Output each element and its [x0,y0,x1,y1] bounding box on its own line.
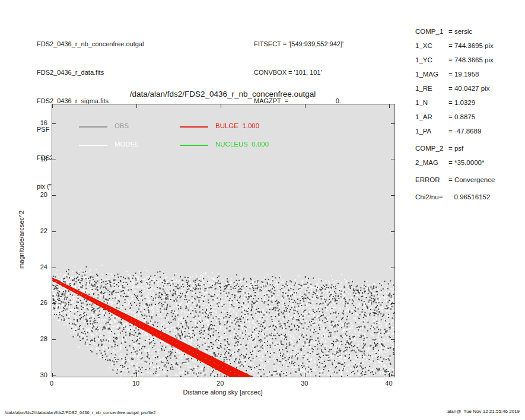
param-label: 2_MAG [415,158,448,167]
y-tick-label: 16 [23,119,47,127]
chart-title: /data/alan/fds2/FDS2_0436_r_nb_concenfre… [52,90,394,98]
y-tick-label: 20 [23,190,47,199]
legend-label-nucleus: NUCLEUS 0.000 [215,141,269,148]
fit-param-row: COMP_1= sersic [415,27,495,36]
footer-output-path: /data/alan/fds2//data/alan/fds2/FDS2_043… [5,410,155,415]
param-value: = 744.3695 pix [448,42,494,50]
fit-param-row: 1_AR= 0.8875 [415,113,495,121]
header-line: FITSECT = '[549:939,552:942]' [254,39,348,49]
param-value: = 748.3665 pix [448,56,494,64]
x-axis-tick-labels: 010203040 [52,379,394,389]
param-label: 1_MAG [415,70,448,78]
y-tick-label: 30 [23,371,47,379]
x-tick-label: 40 [380,379,397,387]
galfit-profile-window: FDS2_0436_r_nb_concenfree.outgal FDS2_04… [0,0,525,420]
x-tick-label: 10 [128,379,144,387]
param-value: = Convergence [448,176,495,184]
param-label: 1_RE [415,84,448,93]
param-value: = *35.0000* [448,158,484,167]
y-axis-title: magnitude/arcsec^2 [18,174,26,305]
param-value: = 40.0427 pix [448,84,489,93]
param-label: 1_YC [415,56,448,64]
param-value: = 0.8875 [448,113,475,121]
header-line: CONVBOX = '101, 101' [254,68,348,77]
fit-param-row: COMP_2= psf [415,144,495,152]
param-label: 1_XC [415,42,448,50]
y-tick-label: 26 [23,298,47,307]
fit-param-row: ERROR= Convergence [415,176,495,184]
fit-param-row: 1_N= 1.0329 [415,98,495,107]
plot-area: OBS MODEL BULGE 1.000 NUCLEUS 0.000 [52,104,395,377]
y-tick-label: 24 [23,263,47,271]
param-value: = -47.8689 [448,127,481,135]
param-value: = sersic [448,27,472,36]
header-line: FDS2_0436_r_nb_concenfree.outgal [37,39,144,49]
header-line: FDS2_0436_r_data.fits [37,68,144,77]
x-tick-label: 20 [212,379,228,387]
legend-line-obs [79,126,107,128]
fit-results-panel: COMP_1= sersic 1_XC= 744.3695 pix 1_YC= … [415,27,495,207]
fit-param-row: 1_XC= 744.3695 pix [415,42,495,50]
param-label: Chi2/nu= [415,193,448,201]
legend-label-model: MODEL [114,141,139,148]
param-value: = 19.1958 [448,70,479,78]
param-value: 0.96516152 [448,193,490,201]
y-axis-tick-labels: 1618202224262830 [23,104,47,376]
param-label: 1_AR [415,113,448,121]
x-tick-label: 0 [43,379,60,387]
legend-line-bulge [180,126,208,128]
fit-param-row: 1_RE= 40.0427 pix [415,84,495,93]
param-value: = psf [448,144,463,152]
y-tick-label: 22 [23,227,47,235]
x-tick-label: 30 [296,379,313,387]
footer-user-timestamp: alan@ Tue Nov 12 21:55:46 2019 [447,409,520,414]
fit-param-row: 2_MAG= *35.0000* [415,158,495,167]
param-value: = 1.0329 [448,98,475,107]
param-label: COMP_1 [415,27,448,36]
param-label: ERROR [415,176,448,184]
param-label: 1_N [415,98,448,107]
param-label: COMP_2 [415,144,448,152]
y-tick-label: 28 [23,335,47,343]
param-label: 1_PA [415,127,448,135]
x-axis-title: Distance along sky [arcsec] [52,389,394,396]
legend-label-obs: OBS [114,122,129,129]
legend-line-nucleus [180,145,208,146]
y-tick-label: 18 [23,155,47,163]
fit-param-row: 1_PA= -47.8689 [415,127,495,135]
legend-label-bulge: BULGE 1.000 [215,122,259,129]
fit-param-row: 1_YC= 748.3665 pix [415,56,495,64]
fit-param-row: Chi2/nu= 0.96516152 [415,193,495,201]
legend-line-model [79,145,107,146]
fit-param-row: 1_MAG= 19.1958 [415,70,495,78]
